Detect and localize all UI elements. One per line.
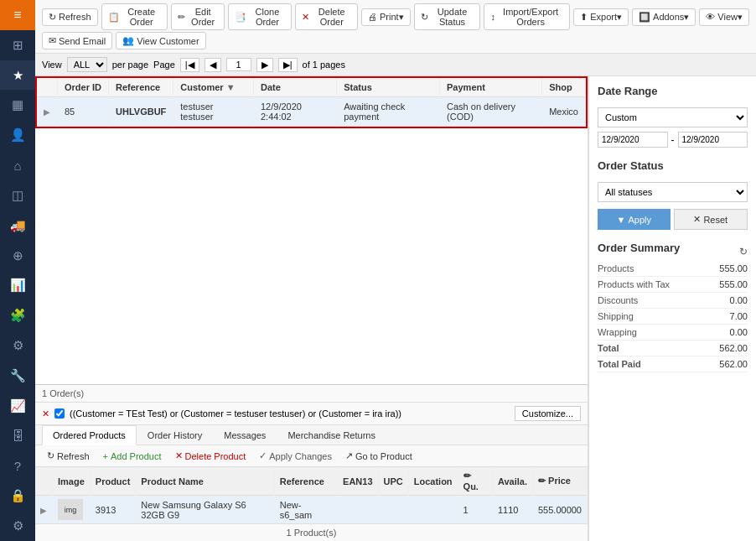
content-area: Order ID Reference Customer ▼ Date Statu…	[35, 76, 756, 541]
product-location-cell	[408, 496, 458, 524]
sidebar-item-customers[interactable]: 👤	[0, 120, 35, 150]
sidebar-item-analytics[interactable]: 📈	[0, 391, 35, 421]
pcol-available[interactable]: Availa.	[492, 467, 532, 496]
product-row[interactable]: ▶ img 3913 New Samsung Galaxy S6 32GB G9…	[35, 496, 588, 524]
filter-checkbox[interactable]	[54, 408, 65, 419]
col-status[interactable]: Status	[337, 78, 440, 97]
delete-order-button[interactable]: ✕ Delete Order	[295, 3, 358, 30]
bottom-section: 1 Order(s) ✕ ((Customer = TEst Test) or …	[35, 384, 588, 541]
date-range-title: Date Range	[598, 85, 748, 97]
pcol-upc[interactable]: UPC	[378, 467, 408, 496]
product-upc-cell	[378, 496, 408, 524]
delete-product-button[interactable]: ✕ Delete Product	[170, 449, 251, 463]
sub-tabs: Ordered Products Order History Messages …	[35, 425, 588, 445]
sidebar-item-database[interactable]: 🗄	[0, 421, 35, 451]
pcol-ean13[interactable]: EAN13	[338, 467, 378, 496]
order-ref-cell[interactable]: UHLVGBUF	[109, 97, 173, 127]
add-product-icon: +	[103, 451, 108, 461]
sidebar-menu-icon[interactable]: ≡	[0, 0, 35, 30]
addons-icon: 🔲	[639, 12, 650, 23]
col-order-id[interactable]: Order ID	[58, 78, 109, 97]
create-order-button[interactable]: 📋 Create Order	[101, 3, 168, 30]
print-button[interactable]: 🖨 Print▾	[361, 8, 411, 26]
sidebar-item-configure[interactable]: ⚙	[0, 330, 35, 361]
sidebar-item-delivery[interactable]: 🚚	[0, 211, 35, 241]
table-row[interactable]: ▶ 85 UHLVGBUF testuser testuser 12/9/202…	[37, 97, 586, 127]
tab-ordered-products[interactable]: Ordered Products	[42, 425, 137, 445]
reset-filter-button[interactable]: ✕ Reset	[674, 209, 748, 230]
pcol-location[interactable]: Location	[408, 467, 458, 496]
col-payment[interactable]: Payment	[440, 78, 542, 97]
sidebar-item-help[interactable]: ?	[0, 450, 35, 481]
date-range-select[interactable]: Custom	[598, 107, 748, 127]
product-available-cell: 1110	[492, 496, 532, 524]
sidebar-item-pages[interactable]: ◫	[0, 180, 35, 211]
view-button[interactable]: 👁 View▾	[699, 8, 749, 26]
tab-order-history[interactable]: Order History	[137, 425, 213, 445]
sidebar-item-settings[interactable]: ⚙	[0, 511, 35, 541]
col-shop[interactable]: Shop	[542, 78, 586, 97]
prev-page-btn[interactable]: ◀	[205, 58, 221, 72]
import-export-button[interactable]: ↕ Import/Export Orders	[484, 3, 570, 30]
edit-order-button[interactable]: ✏ Edit Order	[171, 3, 225, 30]
summary-refresh-icon[interactable]: ↻	[739, 246, 748, 257]
sidebar-item-modules[interactable]: ⊕	[0, 241, 35, 271]
update-status-button[interactable]: ↻ Update Status	[414, 3, 481, 30]
sidebar-item-tools[interactable]: 🔧	[0, 361, 35, 391]
refresh-button[interactable]: ↻ Refresh	[42, 8, 98, 26]
send-email-button[interactable]: ✉ Send Email	[42, 32, 112, 49]
order-status-select[interactable]: All statuses	[598, 182, 748, 202]
sub-refresh-button[interactable]: ↻ Refresh	[42, 449, 95, 463]
sidebar-item-dashboard[interactable]: ⊞	[0, 30, 35, 60]
go-to-product-button[interactable]: ↗ Go to Product	[340, 449, 417, 463]
page-input[interactable]	[226, 58, 251, 71]
tab-merchandise-returns[interactable]: Merchandise Returns	[277, 425, 386, 445]
page-label: Page	[153, 60, 175, 70]
addons-button[interactable]: 🔲 Addons▾	[632, 8, 696, 26]
sidebar-item-home[interactable]: ⌂	[0, 150, 35, 180]
apply-changes-button[interactable]: ✓ Apply Changes	[254, 449, 337, 463]
first-page-btn[interactable]: |◀	[180, 58, 199, 72]
summary-row-products-tax: Products with Tax 555.00	[598, 277, 748, 293]
per-page-select[interactable]: ALL	[67, 57, 107, 72]
date-from-input[interactable]	[598, 132, 668, 148]
pcol-product-name[interactable]: Product Name	[136, 467, 274, 496]
pcol-reference[interactable]: Reference	[274, 467, 337, 496]
product-expand-cell[interactable]: ▶	[35, 496, 53, 524]
product-expand-icon[interactable]: ▶	[40, 506, 47, 515]
pcol-product[interactable]: Product	[90, 467, 136, 496]
add-product-button[interactable]: + Add Product	[98, 450, 167, 463]
filter-close-icon[interactable]: ✕	[42, 408, 49, 419]
export-button[interactable]: ⬆ Export▾	[573, 8, 629, 26]
expand-icon[interactable]: ▶	[44, 107, 50, 117]
view-customer-button[interactable]: 👥 View Customer	[116, 32, 205, 49]
order-id-cell: 85	[58, 97, 109, 127]
col-customer[interactable]: Customer ▼	[173, 78, 254, 97]
apply-filter-button[interactable]: ▼ Apply	[598, 209, 671, 230]
tab-messages[interactable]: Messages	[213, 425, 277, 445]
date-to-input[interactable]	[678, 132, 748, 148]
last-page-btn[interactable]: ▶|	[278, 58, 298, 72]
sidebar-item-orders[interactable]: ★	[0, 60, 35, 91]
order-shop-cell: Mexico	[542, 97, 586, 127]
sidebar-item-stats[interactable]: 📊	[0, 270, 35, 300]
pcol-image[interactable]: Image	[53, 467, 91, 496]
sidebar-item-catalog[interactable]: ▦	[0, 90, 35, 120]
order-customer-cell[interactable]: testuser testuser	[173, 97, 254, 127]
next-page-btn[interactable]: ▶	[256, 58, 273, 72]
col-reference[interactable]: Reference	[109, 78, 173, 97]
send-email-icon: ✉	[49, 35, 56, 46]
product-image-cell: img	[53, 496, 91, 524]
order-summary-section: Order Summary ↻ Products 555.00 Products…	[598, 242, 748, 372]
pcol-price[interactable]: ✏ Price	[532, 467, 587, 496]
pcol-quantity[interactable]: ✏ Qu.	[458, 467, 492, 496]
customize-button[interactable]: Customize...	[515, 406, 581, 421]
col-date[interactable]: Date	[254, 78, 337, 97]
sidebar-item-lock[interactable]: 🔒	[0, 481, 35, 511]
clone-order-button[interactable]: 📑 Clone Order	[228, 3, 292, 30]
toolbar-row-2: ✉ Send Email 👥 View Customer	[42, 32, 749, 49]
edit-order-icon: ✏	[178, 12, 185, 23]
product-ean13-cell	[338, 496, 378, 524]
row-expand-cell[interactable]: ▶	[37, 97, 58, 127]
sidebar-item-puzzle[interactable]: 🧩	[0, 300, 35, 330]
